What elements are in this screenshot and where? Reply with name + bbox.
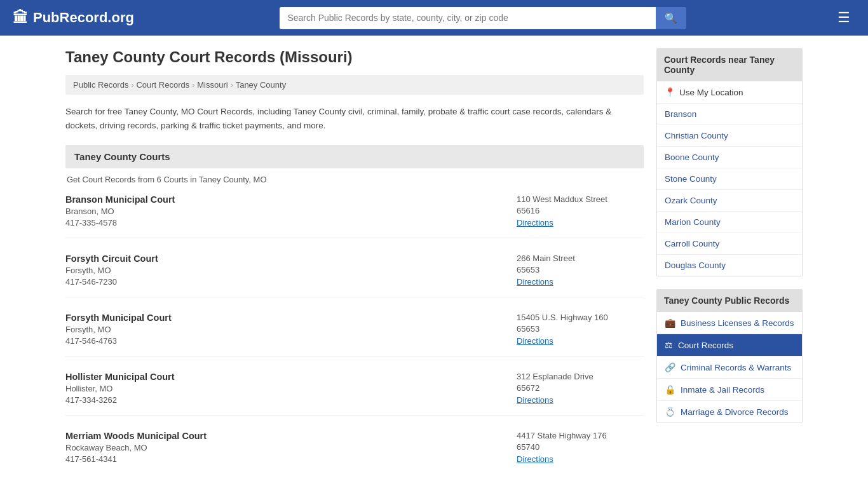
nearby-link-item[interactable]: Ozark County xyxy=(657,190,802,212)
search-button[interactable]: 🔍 xyxy=(656,7,686,29)
court-name: Hollister Municipal Court xyxy=(65,372,175,382)
court-name: Forsyth Municipal Court xyxy=(65,313,172,323)
nearby-link-item[interactable]: Stone County xyxy=(657,168,802,190)
search-area: 🔍 xyxy=(280,7,686,29)
breadcrumb-missouri[interactable]: Missouri xyxy=(197,80,227,90)
nearby-link-item[interactable]: Carroll County xyxy=(657,233,802,255)
court-address: 4417 State Highway 176 xyxy=(517,431,644,440)
pub-record-label: Marriage & Divorce Records xyxy=(681,407,789,417)
court-phone: 417-546-4763 xyxy=(65,336,172,346)
court-phone: 417-334-3262 xyxy=(65,395,175,405)
court-address-col: 4417 State Highway 176 65740 Directions xyxy=(517,431,644,464)
use-location-item[interactable]: 📍 Use My Location xyxy=(657,81,802,104)
court-phone: 417-561-4341 xyxy=(65,454,207,464)
nearby-link-item[interactable]: Marion County xyxy=(657,212,802,233)
directions-link[interactable]: Directions xyxy=(517,277,553,287)
court-name: Merriam Woods Municipal Court xyxy=(65,431,207,441)
court-zip: 65672 xyxy=(517,383,644,393)
main-container: Taney County Court Records (Missouri) Pu… xyxy=(53,36,815,488)
directions-link[interactable]: Directions xyxy=(517,395,553,405)
pub-record-icon: 💍 xyxy=(665,407,675,417)
search-bar: 🔍 xyxy=(280,7,686,29)
logo-icon: 🏛 xyxy=(13,9,28,27)
directions-link[interactable]: Directions xyxy=(517,454,553,464)
breadcrumb-sep-3: › xyxy=(231,81,233,90)
court-info: Merriam Woods Municipal Court Rockaway B… xyxy=(65,431,207,464)
content-area: Taney County Court Records (Missouri) Pu… xyxy=(65,48,644,488)
courts-subtext: Get Court Records from 6 Courts in Taney… xyxy=(65,175,644,184)
pub-records-section-title: Taney County Public Records xyxy=(656,289,803,312)
page-description: Search for free Taney County, MO Court R… xyxy=(65,105,644,132)
court-info: Branson Municipal Court Branson, MO 417-… xyxy=(65,194,175,227)
directions-link[interactable]: Directions xyxy=(517,218,553,227)
pub-record-label: Business Licenses & Records xyxy=(681,318,794,328)
nearby-links: 📍 Use My Location BransonChristian Count… xyxy=(656,81,803,276)
court-address: 266 Main Street xyxy=(517,254,644,263)
court-city: Forsyth, MO xyxy=(65,266,158,275)
pub-record-label: Inmate & Jail Records xyxy=(681,385,764,395)
breadcrumb-taney-county: Taney County xyxy=(236,80,287,90)
pub-records-list: 💼Business Licenses & Records⚖Court Recor… xyxy=(657,312,802,423)
court-address: 312 Esplanade Drive xyxy=(517,372,644,381)
court-info: Forsyth Municipal Court Forsyth, MO 417-… xyxy=(65,313,172,346)
court-entry: Hollister Municipal Court Hollister, MO … xyxy=(65,372,644,416)
court-phone: 417-546-7230 xyxy=(65,277,158,287)
court-address-col: 15405 U.S. Highway 160 65653 Directions xyxy=(517,313,644,346)
breadcrumb-court-records[interactable]: Court Records xyxy=(136,80,189,90)
nearby-link-item[interactable]: Christian County xyxy=(657,125,802,147)
court-city: Hollister, MO xyxy=(65,384,175,393)
court-zip: 65653 xyxy=(517,265,644,274)
logo-text: PubRecord.org xyxy=(33,10,134,26)
nearby-link-item[interactable]: Douglas County xyxy=(657,255,802,276)
pub-record-item[interactable]: ⚖Court Records xyxy=(657,334,802,356)
breadcrumb-sep-2: › xyxy=(192,81,194,90)
pub-record-item[interactable]: 💼Business Licenses & Records xyxy=(657,312,802,334)
pub-record-item[interactable]: 💍Marriage & Divorce Records xyxy=(657,401,802,423)
breadcrumb-sep-1: › xyxy=(131,81,133,90)
court-info: Hollister Municipal Court Hollister, MO … xyxy=(65,372,175,405)
court-zip: 65616 xyxy=(517,206,644,215)
pub-record-icon: 🔗 xyxy=(665,362,675,372)
court-address: 15405 U.S. Highway 160 xyxy=(517,313,644,322)
nearby-links-list: BransonChristian CountyBoone CountyStone… xyxy=(657,104,802,276)
court-name: Branson Municipal Court xyxy=(65,194,175,205)
court-name: Forsyth Circuit Court xyxy=(65,254,158,264)
court-address-col: 266 Main Street 65653 Directions xyxy=(517,254,644,287)
use-location-label: Use My Location xyxy=(679,88,743,97)
court-address-col: 110 West Maddux Street 65616 Directions xyxy=(517,194,644,227)
court-zip: 65740 xyxy=(517,442,644,452)
pub-record-icon: ⚖ xyxy=(665,340,673,350)
site-logo[interactable]: 🏛 PubRecord.org xyxy=(13,9,134,27)
pub-record-item[interactable]: 🔗Criminal Records & Warrants xyxy=(657,356,802,379)
courts-list: Branson Municipal Court Branson, MO 417-… xyxy=(65,194,644,474)
pub-record-label: Court Records xyxy=(678,341,733,350)
site-header: 🏛 PubRecord.org 🔍 ☰ xyxy=(0,0,868,36)
court-phone: 417-335-4578 xyxy=(65,218,175,227)
directions-link[interactable]: Directions xyxy=(517,336,553,346)
court-entry: Forsyth Municipal Court Forsyth, MO 417-… xyxy=(65,313,644,356)
pub-record-item[interactable]: 🔒Inmate & Jail Records xyxy=(657,379,802,401)
pub-records-links: 💼Business Licenses & Records⚖Court Recor… xyxy=(656,312,803,423)
search-input[interactable] xyxy=(280,7,656,29)
nearby-link-item[interactable]: Boone County xyxy=(657,147,802,168)
pub-record-label: Criminal Records & Warrants xyxy=(681,363,791,372)
nearby-section-title: Court Records near Taney County xyxy=(656,48,803,81)
breadcrumb: Public Records › Court Records › Missour… xyxy=(65,75,644,95)
pub-record-icon: 🔒 xyxy=(665,384,675,395)
court-entry: Merriam Woods Municipal Court Rockaway B… xyxy=(65,431,644,474)
nearby-link-item[interactable]: Branson xyxy=(657,104,802,125)
court-zip: 65653 xyxy=(517,324,644,334)
court-city: Forsyth, MO xyxy=(65,325,172,334)
court-address: 110 West Maddux Street xyxy=(517,194,644,204)
pub-record-icon: 💼 xyxy=(665,318,675,328)
courts-section-header: Taney County Courts xyxy=(65,145,644,168)
court-entry: Forsyth Circuit Court Forsyth, MO 417-54… xyxy=(65,254,644,297)
breadcrumb-public-records[interactable]: Public Records xyxy=(73,80,128,90)
court-info: Forsyth Circuit Court Forsyth, MO 417-54… xyxy=(65,254,158,287)
sidebar: Court Records near Taney County 📍 Use My… xyxy=(656,48,803,488)
location-icon: 📍 xyxy=(665,87,675,97)
court-address-col: 312 Esplanade Drive 65672 Directions xyxy=(517,372,644,405)
hamburger-menu-button[interactable]: ☰ xyxy=(832,7,855,29)
court-city: Branson, MO xyxy=(65,207,175,216)
court-entry: Branson Municipal Court Branson, MO 417-… xyxy=(65,194,644,238)
